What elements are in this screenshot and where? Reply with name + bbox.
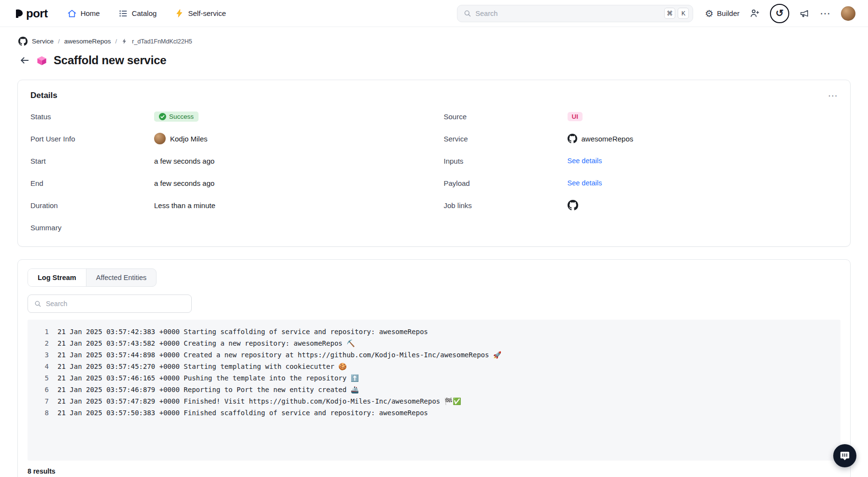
- detail-row-service: Service awesomeRepos: [444, 127, 838, 150]
- log-line-number: 2: [28, 337, 49, 349]
- log-line-text: 21 Jan 2025 03:57:42:383 +0000 Starting …: [57, 326, 428, 337]
- log-line-number: 1: [28, 326, 49, 337]
- primary-nav: Home Catalog Self-service: [67, 9, 226, 18]
- page-header: Scaffold new service: [0, 46, 868, 67]
- detail-label: Summary: [30, 224, 154, 232]
- megaphone-icon: [799, 8, 810, 18]
- log-line-text: 21 Jan 2025 03:57:50:383 +0000 Finished …: [57, 407, 428, 419]
- chat-button[interactable]: [833, 444, 856, 467]
- breadcrumb: Service / awesomeRepos / r_dTad1FnMdKcl2…: [0, 27, 868, 46]
- breadcrumb-run-id: r_dTad1FnMdKcl22H5: [132, 38, 192, 45]
- chat-icon: [840, 450, 850, 461]
- log-line-number: 6: [28, 384, 49, 395]
- see-details-link[interactable]: See details: [568, 179, 602, 187]
- job-link-github-button[interactable]: [568, 200, 578, 210]
- detail-value: awesomeRepos: [568, 134, 634, 143]
- user-avatar: [154, 133, 166, 144]
- results-count: 8 results: [28, 467, 840, 475]
- cmd-key: ⌘: [664, 8, 675, 19]
- builder-button[interactable]: ⚙ Builder: [705, 9, 740, 18]
- detail-row-job-links: Job links: [444, 194, 838, 216]
- log-line: 3 21 Jan 2025 03:57:44:898 +0000 Created…: [28, 349, 840, 361]
- log-line-text: 21 Jan 2025 03:57:44:898 +0000 Created a…: [57, 349, 501, 361]
- nav-item-home[interactable]: Home: [67, 9, 100, 18]
- action-cube-icon: [36, 55, 47, 66]
- log-line-number: 5: [28, 372, 49, 384]
- details-title: Details: [30, 91, 57, 100]
- history-icon: ↺: [776, 8, 784, 18]
- detail-value: UI: [568, 112, 583, 121]
- log-line-text: 21 Jan 2025 03:57:46:165 +0000 Pushing t…: [57, 372, 359, 384]
- details-card: Details ⋯ Status Success Port User Info …: [17, 80, 851, 247]
- back-button[interactable]: [19, 55, 30, 66]
- log-card: Log StreamAffected Entities 1 21 Jan 202…: [17, 259, 851, 477]
- log-search[interactable]: [28, 295, 192, 313]
- details-menu-button[interactable]: ⋯: [828, 90, 838, 101]
- log-line: 1 21 Jan 2025 03:57:42:383 +0000 Startin…: [28, 326, 840, 337]
- detail-label: Duration: [30, 201, 154, 210]
- detail-value: [568, 200, 578, 210]
- port-user-info: Kodjo Miles: [154, 133, 208, 144]
- nav-item-catalog[interactable]: Catalog: [118, 9, 157, 18]
- detail-row-source: Source UI: [444, 105, 838, 127]
- user-avatar[interactable]: [841, 6, 855, 21]
- log-line-number: 3: [28, 349, 49, 361]
- invite-user-button[interactable]: [750, 8, 760, 18]
- audit-log-button[interactable]: ↺: [770, 4, 789, 23]
- log-search-input[interactable]: [46, 300, 185, 308]
- tab-affected-entities[interactable]: Affected Entities: [86, 269, 157, 286]
- detail-row-end: End a few seconds ago: [30, 172, 425, 194]
- breadcrumb-blueprint[interactable]: awesomeRepos: [64, 38, 111, 45]
- detail-label: Source: [444, 112, 568, 121]
- detail-row-summary: Summary: [30, 216, 425, 238]
- port-logo-text: port: [26, 7, 48, 20]
- service-entity-link[interactable]: awesomeRepos: [568, 134, 634, 143]
- detail-row-status: Status Success: [30, 105, 425, 127]
- detail-value: Kodjo Miles: [154, 133, 208, 144]
- details-card-header: Details ⋯: [18, 80, 850, 103]
- details-right-column: Source UI Service awesomeRepos Inputs Se…: [444, 105, 838, 238]
- log-line-number: 8: [28, 407, 49, 419]
- search-shortcut: ⌘ K: [664, 8, 689, 19]
- more-options-button[interactable]: ⋯: [820, 7, 831, 20]
- detail-label: Service: [444, 135, 568, 143]
- detail-label: Payload: [444, 179, 568, 187]
- log-line: 5 21 Jan 2025 03:57:46:165 +0000 Pushing…: [28, 372, 840, 384]
- top-navigation: port Home Catalog Self-service ⌘: [0, 0, 868, 27]
- github-icon: [18, 37, 28, 46]
- breadcrumb-service[interactable]: Service: [32, 38, 54, 45]
- see-details-link[interactable]: See details: [568, 157, 602, 165]
- check-circle-icon: [159, 113, 166, 120]
- page-title: Scaffold new service: [54, 54, 166, 67]
- person-plus-icon: [750, 8, 760, 18]
- nav-item-self-service[interactable]: Self-service: [175, 9, 226, 18]
- tab-log-stream[interactable]: Log Stream: [28, 269, 86, 286]
- status-badge: Success: [154, 112, 199, 122]
- detail-value: Success: [154, 112, 199, 122]
- global-search-input[interactable]: [475, 10, 660, 17]
- detail-label: End: [30, 179, 154, 187]
- gear-icon: ⚙: [705, 9, 713, 18]
- detail-value: Less than a minute: [154, 201, 215, 210]
- details-grid: Status Success Port User Info Kodjo Mile…: [18, 103, 850, 246]
- log-line: 4 21 Jan 2025 03:57:45:270 +0000 Startin…: [28, 361, 840, 372]
- log-line-text: 21 Jan 2025 03:57:45:270 +0000 Starting …: [57, 361, 347, 372]
- log-line-text: 21 Jan 2025 03:57:43:582 +0000 Creating …: [57, 337, 355, 349]
- detail-label: Port User Info: [30, 135, 154, 143]
- k-key: K: [678, 8, 689, 19]
- port-logo-icon: [14, 8, 25, 19]
- nav-right-cluster: ⚙ Builder ↺ ⋯: [705, 4, 855, 23]
- github-icon: [568, 200, 578, 210]
- global-search[interactable]: ⌘ K: [457, 5, 693, 22]
- run-lightning-icon: [121, 38, 128, 44]
- announcements-button[interactable]: [799, 8, 810, 18]
- github-icon: [568, 134, 577, 143]
- search-icon: [463, 9, 471, 17]
- arrow-left-icon: [19, 55, 30, 66]
- log-line: 7 21 Jan 2025 03:57:47:829 +0000 Finishe…: [28, 395, 840, 407]
- detail-row-duration: Duration Less than a minute: [30, 194, 425, 216]
- lightning-icon: [175, 9, 184, 18]
- detail-row-start: Start a few seconds ago: [30, 150, 425, 172]
- port-logo[interactable]: port: [14, 7, 48, 20]
- detail-value: See details: [568, 179, 602, 187]
